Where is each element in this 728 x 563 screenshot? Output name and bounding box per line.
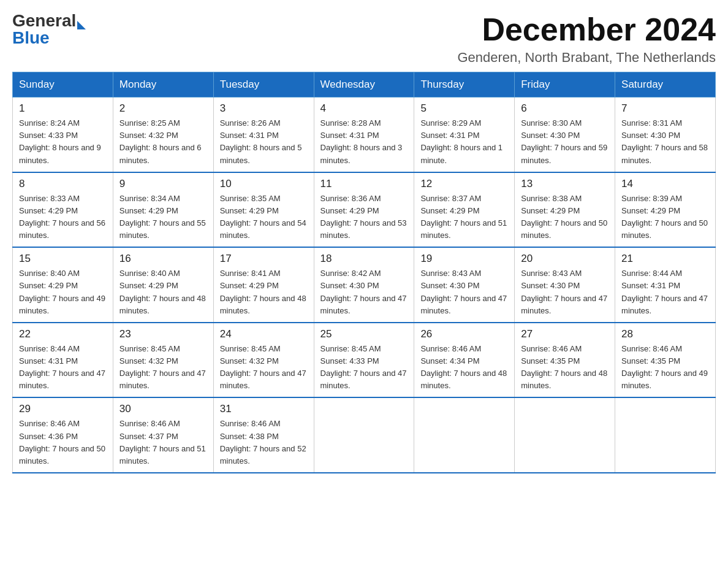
day-number: 15 [19, 253, 107, 265]
day-number: 13 [521, 178, 609, 190]
weekday-header-saturday: Saturday [615, 72, 716, 98]
day-number: 3 [220, 102, 308, 115]
day-info: Sunrise: 8:42 AM Sunset: 4:30 PM Dayligh… [320, 267, 408, 317]
calendar-cell: 3 Sunrise: 8:26 AM Sunset: 4:31 PM Dayli… [213, 98, 314, 172]
day-info: Sunrise: 8:38 AM Sunset: 4:29 PM Dayligh… [521, 193, 609, 242]
day-number: 27 [521, 328, 609, 340]
calendar-cell: 20 Sunrise: 8:43 AM Sunset: 4:30 PM Dayl… [515, 247, 615, 323]
calendar-cell: 5 Sunrise: 8:29 AM Sunset: 4:31 PM Dayli… [414, 98, 515, 172]
day-number: 17 [220, 253, 308, 265]
day-info: Sunrise: 8:28 AM Sunset: 4:31 PM Dayligh… [320, 117, 408, 167]
calendar-cell: 18 Sunrise: 8:42 AM Sunset: 4:30 PM Dayl… [314, 247, 414, 323]
weekday-header-thursday: Thursday [414, 72, 515, 98]
calendar-cell: 13 Sunrise: 8:38 AM Sunset: 4:29 PM Dayl… [515, 172, 615, 248]
day-number: 26 [420, 328, 508, 340]
day-info: Sunrise: 8:37 AM Sunset: 4:29 PM Dayligh… [420, 193, 508, 242]
calendar-week-row: 1 Sunrise: 8:24 AM Sunset: 4:33 PM Dayli… [13, 98, 716, 172]
calendar-cell: 24 Sunrise: 8:45 AM Sunset: 4:32 PM Dayl… [213, 323, 314, 398]
day-info: Sunrise: 8:30 AM Sunset: 4:30 PM Dayligh… [521, 117, 609, 167]
day-number: 1 [19, 102, 107, 115]
calendar-cell: 30 Sunrise: 8:46 AM Sunset: 4:37 PM Dayl… [113, 397, 213, 473]
calendar-cell: 19 Sunrise: 8:43 AM Sunset: 4:30 PM Dayl… [414, 247, 515, 323]
calendar-cell: 2 Sunrise: 8:25 AM Sunset: 4:32 PM Dayli… [113, 98, 213, 172]
day-info: Sunrise: 8:34 AM Sunset: 4:29 PM Dayligh… [119, 193, 207, 242]
day-info: Sunrise: 8:39 AM Sunset: 4:29 PM Dayligh… [621, 193, 709, 242]
calendar-cell: 12 Sunrise: 8:37 AM Sunset: 4:29 PM Dayl… [414, 172, 515, 248]
calendar-cell: 21 Sunrise: 8:44 AM Sunset: 4:31 PM Dayl… [615, 247, 716, 323]
weekday-header-friday: Friday [515, 72, 615, 98]
day-info: Sunrise: 8:46 AM Sunset: 4:37 PM Dayligh… [119, 418, 207, 467]
weekday-header-monday: Monday [113, 72, 213, 98]
day-info: Sunrise: 8:36 AM Sunset: 4:29 PM Dayligh… [320, 193, 408, 242]
day-number: 11 [320, 178, 408, 190]
day-number: 10 [220, 178, 308, 190]
day-info: Sunrise: 8:45 AM Sunset: 4:33 PM Dayligh… [320, 343, 408, 393]
weekday-header-sunday: Sunday [13, 72, 113, 98]
day-info: Sunrise: 8:31 AM Sunset: 4:30 PM Dayligh… [621, 117, 709, 167]
day-info: Sunrise: 8:44 AM Sunset: 4:31 PM Dayligh… [19, 343, 107, 393]
calendar-table: SundayMondayTuesdayWednesdayThursdayFrid… [12, 72, 716, 473]
logo: General Blue [12, 12, 86, 47]
weekday-header-row: SundayMondayTuesdayWednesdayThursdayFrid… [13, 72, 716, 98]
calendar-cell: 8 Sunrise: 8:33 AM Sunset: 4:29 PM Dayli… [13, 172, 113, 248]
day-info: Sunrise: 8:44 AM Sunset: 4:31 PM Dayligh… [621, 267, 709, 317]
day-number: 6 [521, 102, 609, 115]
day-info: Sunrise: 8:26 AM Sunset: 4:31 PM Dayligh… [220, 117, 308, 167]
day-number: 12 [420, 178, 508, 190]
day-number: 20 [521, 253, 609, 265]
day-info: Sunrise: 8:33 AM Sunset: 4:29 PM Dayligh… [19, 193, 107, 242]
day-number: 5 [420, 102, 508, 115]
calendar-cell: 17 Sunrise: 8:41 AM Sunset: 4:29 PM Dayl… [213, 247, 314, 323]
calendar-cell: 26 Sunrise: 8:46 AM Sunset: 4:34 PM Dayl… [414, 323, 515, 398]
day-number: 14 [621, 178, 709, 190]
day-number: 29 [19, 403, 107, 415]
calendar-cell: 1 Sunrise: 8:24 AM Sunset: 4:33 PM Dayli… [13, 98, 113, 172]
day-number: 9 [119, 178, 207, 190]
day-info: Sunrise: 8:45 AM Sunset: 4:32 PM Dayligh… [119, 343, 207, 393]
location-subtitle: Genderen, North Brabant, The Netherlands [457, 50, 716, 66]
calendar-cell: 4 Sunrise: 8:28 AM Sunset: 4:31 PM Dayli… [314, 98, 414, 172]
calendar-cell: 27 Sunrise: 8:46 AM Sunset: 4:35 PM Dayl… [515, 323, 615, 398]
calendar-cell [414, 397, 515, 473]
day-info: Sunrise: 8:46 AM Sunset: 4:35 PM Dayligh… [521, 343, 609, 393]
calendar-week-row: 22 Sunrise: 8:44 AM Sunset: 4:31 PM Dayl… [13, 323, 716, 398]
title-area: December 2024 Genderen, North Brabant, T… [457, 12, 716, 66]
calendar-cell: 29 Sunrise: 8:46 AM Sunset: 4:36 PM Dayl… [13, 397, 113, 473]
calendar-cell [515, 397, 615, 473]
day-info: Sunrise: 8:29 AM Sunset: 4:31 PM Dayligh… [420, 117, 508, 167]
day-info: Sunrise: 8:46 AM Sunset: 4:35 PM Dayligh… [621, 343, 709, 393]
day-info: Sunrise: 8:41 AM Sunset: 4:29 PM Dayligh… [220, 267, 308, 317]
calendar-cell: 28 Sunrise: 8:46 AM Sunset: 4:35 PM Dayl… [615, 323, 716, 398]
day-number: 30 [119, 403, 207, 415]
calendar-cell: 11 Sunrise: 8:36 AM Sunset: 4:29 PM Dayl… [314, 172, 414, 248]
page-header: General Blue December 2024 Genderen, Nor… [12, 12, 716, 66]
calendar-cell: 16 Sunrise: 8:40 AM Sunset: 4:29 PM Dayl… [113, 247, 213, 323]
calendar-week-row: 8 Sunrise: 8:33 AM Sunset: 4:29 PM Dayli… [13, 172, 716, 248]
day-info: Sunrise: 8:43 AM Sunset: 4:30 PM Dayligh… [420, 267, 508, 317]
calendar-cell: 10 Sunrise: 8:35 AM Sunset: 4:29 PM Dayl… [213, 172, 314, 248]
day-info: Sunrise: 8:46 AM Sunset: 4:36 PM Dayligh… [19, 418, 107, 467]
calendar-cell: 25 Sunrise: 8:45 AM Sunset: 4:33 PM Dayl… [314, 323, 414, 398]
day-number: 28 [621, 328, 709, 340]
day-info: Sunrise: 8:35 AM Sunset: 4:29 PM Dayligh… [220, 193, 308, 242]
day-number: 4 [320, 102, 408, 115]
day-info: Sunrise: 8:43 AM Sunset: 4:30 PM Dayligh… [521, 267, 609, 317]
calendar-cell: 14 Sunrise: 8:39 AM Sunset: 4:29 PM Dayl… [615, 172, 716, 248]
logo-arrow-icon [77, 21, 86, 29]
calendar-cell [314, 397, 414, 473]
calendar-cell: 23 Sunrise: 8:45 AM Sunset: 4:32 PM Dayl… [113, 323, 213, 398]
day-number: 7 [621, 102, 709, 115]
day-info: Sunrise: 8:25 AM Sunset: 4:32 PM Dayligh… [119, 117, 207, 167]
day-number: 2 [119, 102, 207, 115]
calendar-cell: 9 Sunrise: 8:34 AM Sunset: 4:29 PM Dayli… [113, 172, 213, 248]
day-info: Sunrise: 8:24 AM Sunset: 4:33 PM Dayligh… [19, 117, 107, 167]
day-info: Sunrise: 8:40 AM Sunset: 4:29 PM Dayligh… [119, 267, 207, 317]
calendar-cell [615, 397, 716, 473]
weekday-header-wednesday: Wednesday [314, 72, 414, 98]
logo-general-text: General [12, 12, 76, 29]
day-info: Sunrise: 8:46 AM Sunset: 4:34 PM Dayligh… [420, 343, 508, 393]
day-number: 16 [119, 253, 207, 265]
day-number: 22 [19, 328, 107, 340]
calendar-cell: 7 Sunrise: 8:31 AM Sunset: 4:30 PM Dayli… [615, 98, 716, 172]
day-number: 24 [220, 328, 308, 340]
